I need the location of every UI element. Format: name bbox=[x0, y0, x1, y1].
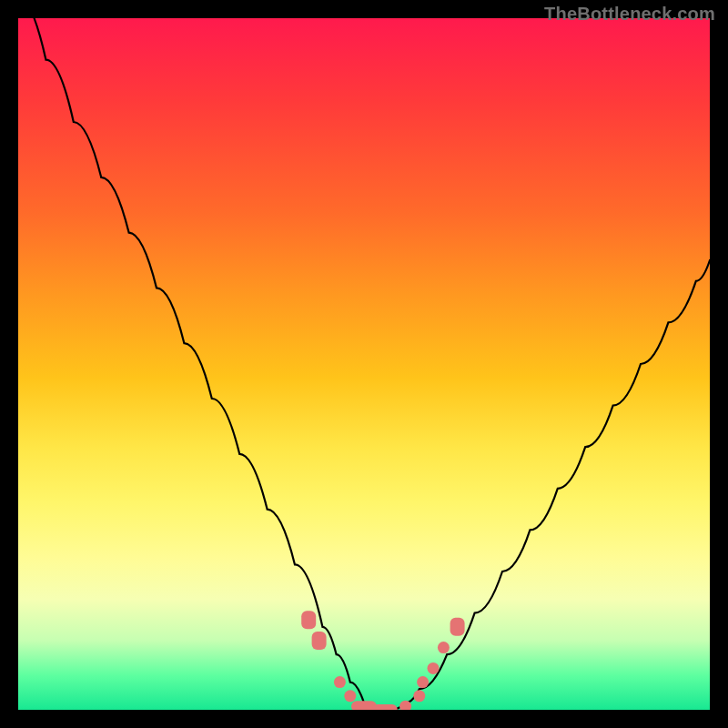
curve-marker bbox=[351, 701, 377, 710]
watermark-text: TheBottleneck.com bbox=[544, 4, 715, 25]
curve-marker bbox=[450, 618, 465, 636]
curve-marker bbox=[344, 690, 356, 702]
curve-marker bbox=[301, 611, 316, 629]
curve-markers bbox=[301, 611, 464, 710]
curve-marker bbox=[372, 704, 398, 710]
curve-marker bbox=[428, 662, 440, 674]
curve-marker bbox=[417, 676, 429, 688]
plot-area bbox=[18, 18, 710, 710]
curve-marker bbox=[438, 642, 450, 653]
curve-svg bbox=[18, 18, 710, 710]
chart-frame: TheBottleneck.com bbox=[0, 0, 728, 728]
curve-marker bbox=[399, 701, 411, 710]
curve-marker bbox=[413, 690, 425, 702]
curve-marker bbox=[312, 632, 327, 650]
bottleneck-curve bbox=[18, 18, 710, 710]
curve-marker bbox=[334, 676, 346, 688]
